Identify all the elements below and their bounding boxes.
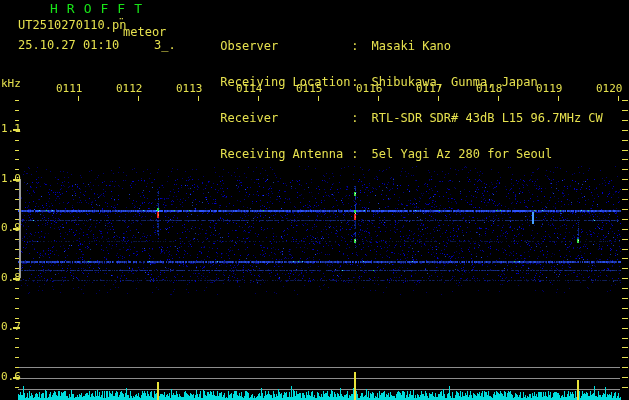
y-tick-label: 0.7 [1, 321, 21, 333]
info-row-receiver: Receiver:RTL-SDR SDR# 43dB L15 96.7MHz C… [177, 100, 603, 112]
info-row-antenna: Receiving Antenna:5el Yagi Az 280 for Se… [177, 136, 603, 148]
info-value: Shibukawa, Gunma, Japan [372, 75, 538, 89]
y-axis-unit-label: kHz [1, 78, 21, 90]
info-separator: : [351, 39, 358, 53]
info-label: Receiver [220, 112, 351, 124]
info-separator: : [351, 147, 358, 161]
x-tick-label: 0119 [536, 83, 563, 95]
info-value: Masaki Kano [372, 39, 451, 53]
x-tick-label: 0113 [176, 83, 203, 95]
y-tick-label: 0.9 [1, 222, 21, 234]
info-separator: : [351, 111, 358, 125]
x-tick-label: 0117 [416, 83, 443, 95]
filename-label: UT2510270110.pn [18, 19, 126, 31]
x-tick-label: 0120 [596, 83, 623, 95]
x-tick-label: 0116 [356, 83, 383, 95]
app-title: HROFFT [50, 1, 151, 16]
band-label: meteor [123, 26, 166, 38]
info-row-location: Receiving Location:Shibukawa, Gunma, Jap… [177, 64, 603, 76]
x-tick-label: 0112 [116, 83, 143, 95]
y-tick-label: 1.0 [1, 173, 21, 185]
info-label: Observer [220, 40, 351, 52]
x-tick-label: 0111 [56, 83, 83, 95]
info-label: Receiving Antenna [220, 148, 351, 160]
datetime-suffix: 3_. [154, 39, 176, 51]
info-value: 5el Yagi Az 280 for Seoul [372, 147, 553, 161]
hrofft-screen: HROFFT UT2510270110.pn ¨ meteor 25.10.27… [0, 0, 629, 400]
y-tick-label: 1.1 [1, 123, 21, 135]
x-tick-label: 0114 [236, 83, 263, 95]
y-tick-label: 0.8 [1, 272, 21, 284]
x-tick-label: 0118 [476, 83, 503, 95]
info-row-observer: Observer:Masaki Kano [177, 28, 603, 40]
x-tick-label: 0115 [296, 83, 323, 95]
datetime-label: 25.10.27 01:10 [18, 39, 119, 51]
y-tick-label: 0.6 [1, 371, 21, 383]
info-value: RTL-SDR SDR# 43dB L15 96.7MHz CW [372, 111, 603, 125]
